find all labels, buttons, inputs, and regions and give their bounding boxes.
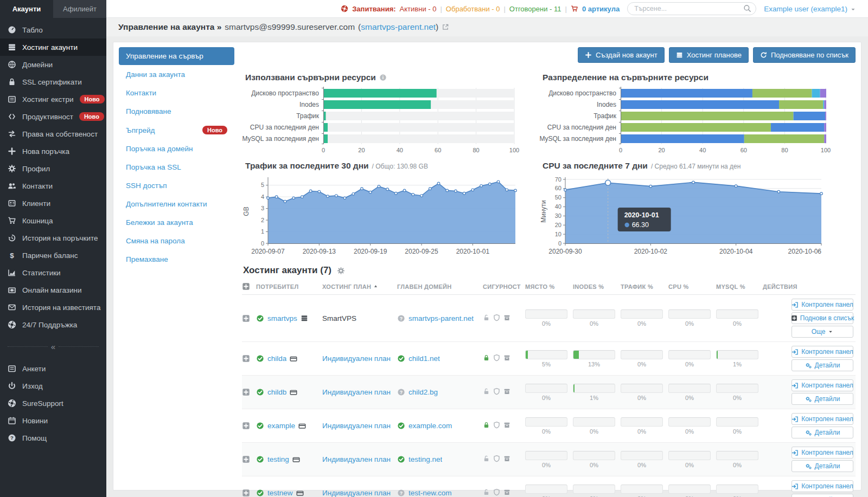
- expand-row-button[interactable]: [242, 314, 250, 322]
- column-header-0[interactable]: ПОТРЕБИТЕЛ: [256, 283, 322, 290]
- plan-link[interactable]: Индивидуален план: [322, 489, 391, 497]
- inquiries-active[interactable]: Активни - 0: [400, 5, 437, 13]
- column-header-3[interactable]: СИГУРНОСТ: [483, 283, 525, 290]
- username-link[interactable]: smartvps: [267, 314, 297, 322]
- domain-link[interactable]: smartvps-parent.net: [409, 314, 474, 322]
- external-link-icon[interactable]: [442, 23, 449, 31]
- cart-items[interactable]: 0 артикула: [582, 5, 620, 13]
- submenu-item-3[interactable]: Подновяване: [119, 102, 234, 120]
- inquiries-processed[interactable]: Обработвани - 0: [446, 5, 500, 13]
- domain-link[interactable]: test-new.com: [409, 489, 452, 497]
- action-gears-button[interactable]: Детайли: [792, 427, 853, 438]
- action-signin-button[interactable]: Контролен панел: [792, 379, 853, 391]
- submenu-item-10[interactable]: Смяна на парола: [119, 232, 234, 250]
- sidebar-item-globe-2[interactable]: Домейни: [0, 56, 106, 73]
- table-settings-gear-icon[interactable]: [337, 267, 345, 275]
- submenu-item-5[interactable]: Поръчка на домейн: [119, 140, 234, 158]
- username-link[interactable]: testnew: [267, 489, 293, 497]
- info-icon[interactable]: i: [379, 74, 387, 81]
- sidebar-item-plus-7[interactable]: Нова поръчка: [0, 143, 106, 160]
- sidebar-item-lifering-2[interactable]: SureSupport: [0, 395, 106, 412]
- column-header-4[interactable]: МЯСТО %: [525, 283, 573, 290]
- expand-row-button[interactable]: [242, 489, 250, 497]
- sidebar-item-calendar-3[interactable]: Новини: [0, 412, 106, 429]
- column-header-8[interactable]: MYSQL %: [716, 283, 763, 290]
- sidebar-item-listbox-4[interactable]: Хостинг екстриНово: [0, 91, 106, 108]
- domain-link[interactable]: example.com: [409, 422, 452, 430]
- action-caret-button[interactable]: Още: [792, 326, 853, 338]
- submenu-item-2[interactable]: Контакти: [119, 84, 234, 102]
- sidebar-item-lock-3[interactable]: SSL сертификати: [0, 73, 106, 91]
- action-plussquare-button[interactable]: Поднови в списък: [792, 312, 853, 324]
- action-signin-button[interactable]: Контролен панел: [792, 413, 853, 425]
- column-header-6[interactable]: ТРАФИК %: [621, 283, 668, 290]
- action-gears-button[interactable]: Детайли: [792, 494, 853, 497]
- renew-by-list-button[interactable]: Подновяване по списък: [753, 47, 856, 63]
- column-header-2[interactable]: ГЛАВЕН ДОМЕЙН: [397, 283, 483, 290]
- column-header-9[interactable]: ДЕЙСТВИЯ: [763, 283, 856, 290]
- search-icon[interactable]: [743, 4, 751, 12]
- action-signin-button[interactable]: Контролен панел: [792, 480, 853, 492]
- submenu-item-8[interactable]: Допълнителни контакти: [119, 195, 234, 213]
- search-input[interactable]: [627, 2, 756, 15]
- sidebar-item-dashboard-0[interactable]: Табло: [0, 21, 106, 38]
- sidebar-item-transfer-6[interactable]: Права на собственост: [0, 125, 106, 143]
- username-link[interactable]: testing: [267, 455, 289, 463]
- sidebar-item-cart-11[interactable]: Кошница: [0, 212, 106, 229]
- hosting-plans-button[interactable]: Хостинг планове: [669, 47, 749, 63]
- expand-row-button[interactable]: [242, 388, 250, 396]
- breadcrumb-domain-link[interactable]: smartvps-parent.net: [361, 22, 436, 31]
- plan-link[interactable]: Индивидуален план: [322, 388, 391, 396]
- action-signin-button[interactable]: Контролен панел: [792, 299, 853, 311]
- submenu-item-4[interactable]: ЪпгрейдНово: [119, 121, 234, 139]
- plan-link[interactable]: Индивидуален план: [322, 354, 391, 363]
- action-signin-button[interactable]: Контролен панел: [792, 346, 853, 358]
- create-account-button[interactable]: Създай нов акаунт: [578, 47, 665, 63]
- submenu-item-11[interactable]: Премахване: [119, 250, 234, 268]
- sidebar-item-users-9[interactable]: Контакти: [0, 177, 106, 195]
- usage-cell: 1%: [573, 384, 621, 401]
- sidebar-item-mail-16[interactable]: История на известията: [0, 299, 106, 316]
- submenu-item-7[interactable]: SSH достъп: [119, 177, 234, 195]
- sidebar-item-shop-15[interactable]: Онлайн магазини: [0, 281, 106, 299]
- sidebar-item-dollar-13[interactable]: $Паричен баланс: [0, 247, 106, 264]
- action-gears-button[interactable]: Детайли: [792, 460, 853, 472]
- inquiries-answered[interactable]: Отговорени - 11: [509, 5, 561, 13]
- expand-all-button[interactable]: [242, 282, 250, 291]
- expand-row-button[interactable]: [242, 354, 250, 363]
- sidebar-item-servers-1[interactable]: Хостинг акаунти: [0, 38, 106, 56]
- expand-row-button[interactable]: [242, 422, 250, 430]
- action-gears-button[interactable]: Детайли: [792, 359, 853, 371]
- domain-link[interactable]: testing.net: [409, 455, 442, 463]
- column-header-7[interactable]: CPU %: [668, 283, 716, 290]
- submenu-item-0[interactable]: Управление на сървър: [119, 47, 234, 65]
- username-link[interactable]: childb: [267, 388, 286, 396]
- tab-affiliate[interactable]: Афилиейт: [53, 0, 106, 18]
- sidebar-item-power-1[interactable]: Изход: [0, 377, 106, 395]
- sidebar-item-history-12[interactable]: История на поръчките: [0, 229, 106, 247]
- sidebar-item-code-5[interactable]: ПродуктивностНово: [0, 108, 106, 125]
- domain-link[interactable]: child1.net: [409, 354, 440, 363]
- username-link[interactable]: example: [267, 422, 295, 430]
- username-link[interactable]: childa: [267, 354, 286, 363]
- sidebar-item-gear-8[interactable]: Профил: [0, 160, 106, 177]
- expand-row-button[interactable]: [242, 455, 250, 463]
- sidebar-item-lifering-17[interactable]: 24/7 Поддръжка: [0, 316, 106, 333]
- sidebar-item-listbox-0[interactable]: Анкети: [0, 360, 106, 377]
- plan-link[interactable]: Индивидуален план: [322, 422, 391, 430]
- action-gears-button[interactable]: Детайли: [792, 393, 853, 405]
- submenu-item-9[interactable]: Бележки за акаунта: [119, 214, 234, 231]
- plan-link[interactable]: Индивидуален план: [322, 455, 391, 463]
- sidebar-collapse-button[interactable]: «: [0, 337, 106, 357]
- column-header-1[interactable]: ХОСТИНГ ПЛАН: [322, 283, 397, 290]
- column-header-5[interactable]: INODES %: [573, 283, 621, 290]
- domain-link[interactable]: child2.bg: [409, 388, 438, 396]
- action-signin-button[interactable]: Контролен панел: [792, 447, 853, 459]
- user-menu[interactable]: Example user (example1): [764, 5, 856, 13]
- tab-accounts[interactable]: Акаунти: [0, 0, 53, 18]
- sidebar-item-chart-14[interactable]: Статистики: [0, 264, 106, 281]
- sidebar-item-question-4[interactable]: ?Помощ: [0, 429, 106, 447]
- submenu-item-1[interactable]: Данни за акаунта: [119, 66, 234, 83]
- submenu-item-6[interactable]: Поръчка на SSL: [119, 158, 234, 176]
- sidebar-item-idcard-10[interactable]: Клиенти: [0, 195, 106, 212]
